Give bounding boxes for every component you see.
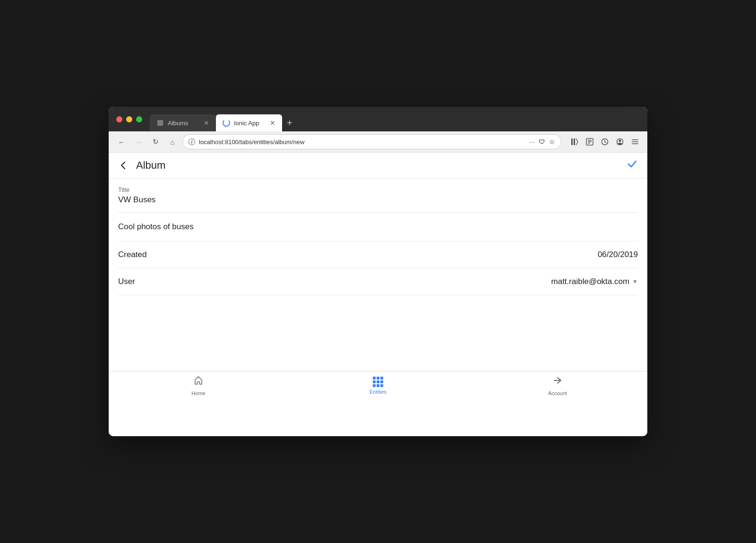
browser-window: Albums ✕ Ionic App ✕ + ← → ↻ ⌂ i ··· 🛡 ☆ [109, 107, 647, 436]
tabs-bar: Albums ✕ Ionic App ✕ + [150, 107, 647, 131]
albums-tab-icon [156, 119, 164, 127]
bottom-tab-bar: Home Entities [109, 371, 647, 402]
entities-tab-label: Entities [369, 389, 387, 395]
svg-rect-1 [158, 121, 162, 122]
reload-button[interactable]: ↻ [148, 135, 163, 149]
forward-button[interactable]: → [131, 135, 146, 149]
menu-button[interactable] [628, 135, 642, 148]
tab-account[interactable]: Account [468, 375, 647, 396]
account-tab-label: Account [548, 390, 567, 396]
tab-home[interactable]: Home [109, 375, 288, 396]
account-tab-icon [552, 375, 563, 388]
svg-rect-7 [588, 141, 592, 142]
library-button[interactable] [568, 135, 581, 148]
description-field[interactable]: Cool photos of buses [118, 213, 638, 241]
app-header-left: Album [118, 159, 165, 172]
app-content: Album Title VW Buses Cool photos of buse… [109, 153, 647, 436]
home-button[interactable]: ⌂ [165, 135, 180, 149]
address-bar[interactable] [199, 138, 525, 146]
svg-rect-6 [588, 140, 592, 141]
app-header: Album [109, 153, 647, 179]
created-field: Created 06/20/2019 [118, 241, 638, 268]
window-controls [109, 116, 150, 122]
reader-button[interactable] [583, 135, 596, 148]
app-title: Album [136, 159, 165, 172]
user-label: User [118, 277, 135, 286]
description-value: Cool photos of buses [118, 222, 194, 231]
svg-rect-12 [632, 139, 638, 140]
svg-rect-13 [632, 141, 638, 142]
history-button[interactable] [598, 135, 611, 148]
toolbar-actions [568, 135, 642, 148]
title-bar: Albums ✕ Ionic App ✕ + [109, 107, 647, 131]
more-options-icon[interactable]: ··· [529, 138, 535, 146]
title-field: Title VW Buses [118, 179, 638, 213]
close-window-button[interactable] [116, 116, 122, 122]
created-label: Created [118, 250, 146, 259]
minimize-window-button[interactable] [126, 116, 132, 122]
tab-ionic-close[interactable]: ✕ [270, 119, 275, 127]
home-tab-label: Home [191, 390, 205, 396]
bookmark-icon[interactable]: ☆ [549, 138, 555, 146]
user-dropdown-icon: ▼ [632, 278, 638, 285]
tab-albums[interactable]: Albums ✕ [150, 114, 216, 131]
home-tab-icon [193, 375, 204, 388]
svg-rect-4 [574, 138, 575, 145]
svg-rect-14 [632, 144, 638, 145]
ionic-tab-icon [223, 119, 230, 127]
save-button[interactable] [627, 158, 638, 172]
address-bar-container[interactable]: i ··· 🛡 ☆ [182, 134, 561, 149]
title-value[interactable]: VW Buses [118, 195, 638, 205]
toolbar: ← → ↻ ⌂ i ··· 🛡 ☆ [109, 131, 647, 153]
security-icon: i [189, 138, 195, 145]
svg-point-11 [619, 140, 621, 142]
app-back-button[interactable] [118, 160, 129, 171]
entities-tab-icon [373, 377, 383, 387]
new-tab-button[interactable]: + [282, 114, 297, 131]
tab-entities[interactable]: Entities [288, 377, 468, 395]
svg-rect-2 [158, 123, 162, 124]
pocket-icon[interactable]: 🛡 [539, 138, 545, 146]
form-section: Title VW Buses Cool photos of buses Crea… [109, 179, 647, 295]
account-button[interactable] [613, 135, 627, 148]
svg-rect-8 [588, 143, 590, 144]
user-value[interactable]: matt.raible@okta.com ▼ [551, 277, 638, 286]
tab-ionic-label: Ionic App [234, 120, 259, 127]
svg-rect-3 [571, 138, 573, 145]
tab-ionic[interactable]: Ionic App ✕ [216, 114, 282, 131]
created-value: 06/20/2019 [598, 250, 638, 259]
title-label: Title [118, 186, 638, 193]
user-field: User matt.raible@okta.com ▼ [118, 268, 638, 295]
back-button[interactable]: ← [114, 135, 129, 149]
maximize-window-button[interactable] [136, 116, 142, 122]
tab-albums-close[interactable]: ✕ [204, 119, 209, 127]
tab-albums-label: Albums [168, 120, 188, 127]
